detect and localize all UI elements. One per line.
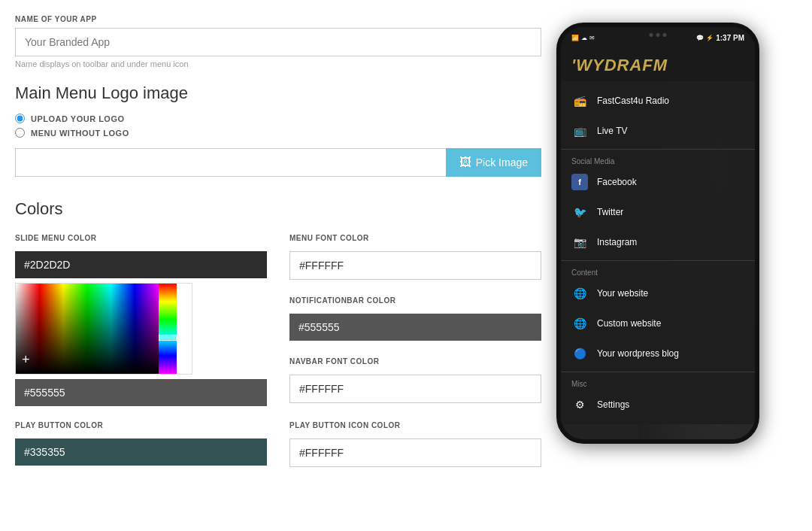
slide-menu-second-input[interactable] (15, 379, 267, 406)
menu-label-wordpress: Your wordpress blog (597, 348, 679, 359)
phone-notch-dots (650, 33, 667, 37)
radio-upload-input[interactable] (15, 114, 25, 123)
play-icon-input[interactable] (289, 438, 541, 467)
divider-1 (561, 149, 755, 150)
divider-2 (561, 260, 755, 261)
colors-section: Colors SLIDE MENU COLOR MENU FONT COLOR (15, 199, 541, 467)
menu-label-instagram: Instagram (597, 237, 637, 247)
globe-icon-2: 🌐 (571, 315, 588, 332)
radio-nologoS-input[interactable] (15, 128, 25, 138)
wordpress-icon: 🔵 (571, 345, 588, 362)
phone-screen: 'WYDRAFM 📻 FastCast4u Radio 📺 Live TV So… (561, 48, 755, 439)
colors-grid: SLIDE MENU COLOR MENU FONT COLOR NOTIFIC… (15, 234, 541, 467)
menu-item-facebook[interactable]: f Facebook (561, 167, 755, 197)
misc-section-label: Misc (561, 375, 755, 390)
menu-item-wordpress[interactable]: 🔵 Your wordpress blog (561, 338, 755, 369)
radio-no-logo[interactable]: MENU WITHOUT LOGO (15, 128, 541, 138)
play-btn-label: PLAY BUTTON COLOR (15, 421, 267, 429)
menu-item-your-website[interactable]: 🌐 Your website (561, 278, 755, 308)
phone-app-header: 'WYDRAFM (561, 48, 755, 81)
instagram-icon: 📷 (571, 234, 588, 250)
spectrum-canvas[interactable] (16, 284, 159, 374)
social-section-label: Social Media (561, 153, 755, 167)
hue-strip[interactable] (159, 284, 177, 374)
play-button-color-field: PLAY BUTTON COLOR (15, 421, 267, 467)
menu-item-livetv[interactable]: 📺 Live TV (561, 116, 755, 146)
notch-dot (650, 33, 653, 37)
gear-icon: ⚙ (571, 396, 588, 413)
image-icon: 🖼 (459, 156, 471, 169)
menu-label-twitter: Twitter (597, 207, 623, 217)
menu-item-custom-website[interactable]: 🌐 Custom website (561, 308, 755, 338)
phone-menu: 📻 FastCast4u Radio 📺 Live TV Social Medi… (561, 81, 755, 424)
radio-group: UPLOAD YOUR LOGO MENU WITHOUT LOGO (15, 114, 541, 138)
divider-3 (561, 372, 755, 372)
image-picker-input (15, 148, 446, 177)
menu-label-facebook: Facebook (597, 177, 637, 187)
content-section-label: Content (561, 264, 755, 278)
notif-input[interactable] (289, 314, 541, 341)
menu-item-instagram[interactable]: 📷 Instagram (561, 227, 755, 257)
radio-upload-logo[interactable]: UPLOAD YOUR LOGO (15, 114, 541, 123)
twitter-icon: 🐦 (571, 204, 588, 220)
facebook-icon: f (571, 174, 588, 190)
navbar-label: NAVBAR FONT COLOR (289, 357, 541, 366)
menu-item-twitter[interactable]: 🐦 Twitter (561, 197, 755, 227)
tv-icon: 📺 (571, 123, 588, 139)
navbar-input[interactable] (289, 375, 541, 403)
left-panel: NAME OF YOUR APP Name displays on toolba… (15, 15, 541, 516)
app-name-group: NAME OF YOUR APP Name displays on toolba… (15, 15, 541, 68)
menu-item-settings[interactable]: ⚙ Settings (561, 390, 755, 420)
menu-label-custom-website: Custom website (597, 318, 661, 329)
app-name-hint: Name displays on toolbar and under menu … (15, 59, 541, 68)
mail-icon: ✉ (589, 35, 595, 41)
slide-menu-color-field: SLIDE MENU COLOR (15, 234, 267, 406)
menu-label-livetv: Live TV (597, 126, 627, 136)
globe-icon-1: 🌐 (571, 285, 588, 302)
menu-font-input[interactable] (289, 251, 541, 280)
hue-slider[interactable] (159, 335, 177, 341)
chat-icon: 💬 (696, 35, 704, 41)
notif-label: NOTIFICATIONBAR COLOR (289, 296, 541, 305)
pick-image-button[interactable]: 🖼 Pick Image (446, 148, 541, 177)
menu-font-color-field: MENU FONT COLOR NOTIFICATIONBAR COLOR NA… (289, 234, 541, 406)
logo-section: Main Menu Logo image UPLOAD YOUR LOGO ME… (15, 83, 541, 177)
menu-item-radio[interactable]: 📻 FastCast4u Radio (561, 86, 755, 116)
notch-dot (656, 33, 660, 37)
app-name-label: NAME OF YOUR APP (15, 15, 541, 23)
app-name-input[interactable] (15, 28, 541, 56)
cloud-icon: ☁ (581, 35, 587, 41)
menu-label-radio: FastCast4u Radio (597, 96, 669, 106)
menu-label-settings: Settings (597, 399, 629, 410)
battery-icon: ⚡ (706, 35, 714, 41)
app-title: 'WYDRAFM (571, 56, 744, 75)
notch-dot (663, 33, 667, 37)
color-picker-popup (15, 283, 192, 375)
wifi-icon: 📶 (571, 35, 579, 41)
play-button-icon-color-field: PLAY BUTTON ICON COLOR (289, 421, 541, 467)
colors-title: Colors (15, 199, 541, 219)
slide-menu-input[interactable] (15, 251, 267, 278)
phone-mockup: 📶 ☁ ✉ 💬 ⚡ 1:37 PM 'WYDRAFM (556, 23, 759, 444)
slide-menu-label: SLIDE MENU COLOR (15, 234, 267, 242)
menu-font-label: MENU FONT COLOR (289, 234, 541, 242)
logo-section-title: Main Menu Logo image (15, 83, 541, 103)
image-picker-row: 🖼 Pick Image (15, 148, 541, 177)
play-icon-label: PLAY BUTTON ICON COLOR (289, 421, 541, 429)
phone-status-bar: 📶 ☁ ✉ 💬 ⚡ 1:37 PM (561, 27, 755, 48)
menu-label-your-website: Your website (597, 288, 648, 299)
right-panel: 📶 ☁ ✉ 💬 ⚡ 1:37 PM 'WYDRAFM (556, 15, 759, 516)
status-left-icons: 📶 ☁ ✉ (571, 35, 595, 41)
status-right-icons: 💬 ⚡ 1:37 PM (696, 34, 744, 42)
play-btn-input[interactable] (15, 438, 267, 466)
radio-icon: 📻 (571, 93, 588, 109)
status-time: 1:37 PM (716, 34, 744, 42)
